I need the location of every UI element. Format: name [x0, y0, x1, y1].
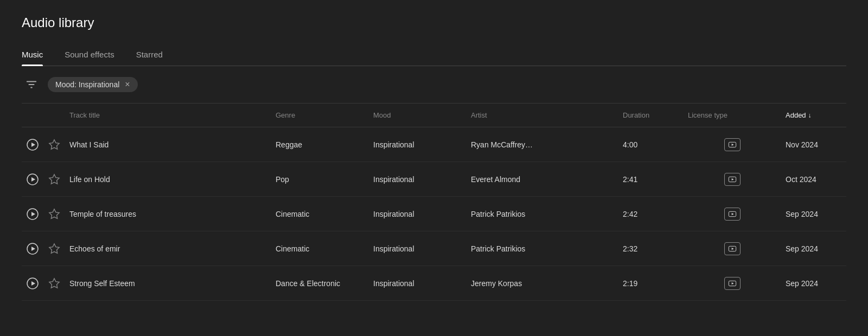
chip-close-button[interactable]: × — [125, 80, 130, 89]
table-row: Temple of treasures Cinematic Inspiratio… — [22, 197, 846, 231]
play-button-2[interactable] — [22, 204, 43, 224]
cell-added: Sep 2024 — [781, 242, 863, 255]
cell-track-title: Temple of treasures — [65, 208, 271, 221]
col-header-license-type: License type — [684, 109, 781, 121]
license-icon-box — [724, 208, 741, 221]
svg-marker-22 — [732, 248, 734, 250]
filter-button[interactable] — [22, 75, 41, 94]
svg-marker-12 — [732, 178, 734, 180]
tab-sound-effects[interactable]: Sound effects — [65, 46, 114, 66]
table-body: What I Said Reggae Inspirational Ryan Mc… — [22, 127, 846, 301]
cell-duration: 2:32 — [618, 242, 684, 255]
table-row: Strong Self Esteem Dance & Electronic In… — [22, 266, 846, 301]
cell-license-type — [684, 240, 781, 257]
cell-artist: Jeremy Korpas — [467, 277, 618, 290]
col-header-track-title: Track title — [65, 109, 271, 121]
cell-duration: 2:19 — [618, 277, 684, 290]
svg-marker-4 — [31, 143, 35, 147]
col-header-duration: Duration — [618, 109, 684, 121]
col-header-genre: Genre — [271, 109, 369, 121]
star-button-0[interactable] — [43, 137, 65, 153]
cell-license-type — [684, 171, 781, 188]
cell-track-title: Life on Hold — [65, 173, 271, 186]
star-icon — [48, 277, 60, 289]
cell-license-type — [684, 205, 781, 223]
star-icon — [48, 243, 60, 255]
filter-bar: Mood: Inspirational × — [22, 66, 846, 104]
star-icon — [48, 208, 60, 220]
license-icon-box — [724, 242, 741, 255]
table-row: Echoes of emir Cinematic Inspirational P… — [22, 231, 846, 266]
play-icon — [26, 206, 39, 222]
cell-genre: Cinematic — [271, 208, 369, 221]
svg-marker-9 — [31, 177, 35, 182]
cell-artist: Ryan McCaffrey… — [467, 138, 618, 151]
cell-artist: Patrick Patrikios — [467, 208, 618, 221]
star-icon — [48, 139, 60, 151]
cell-mood: Inspirational — [369, 138, 467, 151]
col-header-artist: Artist — [467, 109, 618, 121]
cell-genre: Reggae — [271, 138, 369, 151]
license-icon-box — [724, 138, 741, 151]
cell-track-title: Strong Self Esteem — [65, 277, 271, 290]
table-header: Track title Genre Mood Artist Duration L… — [22, 104, 846, 127]
star-button-3[interactable] — [43, 241, 65, 257]
tab-starred[interactable]: Starred — [136, 46, 163, 66]
youtube-play-icon — [728, 140, 737, 149]
cell-mood: Inspirational — [369, 208, 467, 221]
cell-artist: Patrick Patrikios — [467, 242, 618, 255]
sort-arrow-down-icon: ↓ — [808, 112, 812, 119]
table-row: Life on Hold Pop Inspirational Everet Al… — [22, 162, 846, 197]
cell-added: Oct 2024 — [781, 173, 863, 186]
svg-marker-24 — [31, 281, 35, 286]
cell-mood: Inspirational — [369, 242, 467, 255]
svg-marker-15 — [49, 209, 59, 218]
col-header-star — [43, 113, 65, 118]
star-button-2[interactable] — [43, 206, 65, 222]
svg-marker-25 — [49, 278, 59, 287]
cell-track-title: Echoes of emir — [65, 242, 271, 255]
svg-marker-17 — [732, 213, 734, 215]
svg-marker-27 — [732, 282, 734, 285]
cell-added: Sep 2024 — [781, 208, 863, 221]
page-title: Audio library — [22, 15, 846, 30]
star-button-4[interactable] — [43, 275, 65, 292]
play-button-1[interactable] — [22, 170, 43, 189]
chip-label: Mood: Inspirational — [55, 80, 119, 89]
cell-added: Sep 2024 — [781, 277, 863, 290]
cell-artist: Everet Almond — [467, 173, 618, 186]
mood-filter-chip: Mood: Inspirational × — [48, 77, 138, 92]
svg-marker-19 — [31, 247, 35, 251]
play-icon — [26, 241, 39, 256]
play-icon — [26, 172, 39, 187]
play-button-0[interactable] — [22, 135, 43, 154]
cell-mood: Inspirational — [369, 173, 467, 186]
col-header-play — [22, 113, 43, 118]
tab-music[interactable]: Music — [22, 46, 43, 66]
cell-track-title: What I Said — [65, 138, 271, 151]
page-container: Audio library Music Sound effects Starre… — [0, 0, 868, 301]
cell-duration: 2:41 — [618, 173, 684, 186]
youtube-play-icon — [728, 279, 737, 288]
cell-license-type — [684, 275, 781, 292]
license-icon-box — [724, 277, 741, 290]
cell-duration: 2:42 — [618, 208, 684, 221]
filter-icon — [25, 79, 37, 91]
star-button-1[interactable] — [43, 171, 65, 188]
play-button-4[interactable] — [22, 274, 43, 293]
play-button-3[interactable] — [22, 239, 43, 259]
cell-genre: Dance & Electronic — [271, 277, 369, 290]
license-icon-box — [724, 173, 741, 186]
cell-mood: Inspirational — [369, 277, 467, 290]
youtube-play-icon — [728, 244, 737, 253]
svg-marker-10 — [49, 174, 59, 183]
cell-genre: Cinematic — [271, 242, 369, 255]
cell-genre: Pop — [271, 173, 369, 186]
col-header-added[interactable]: Added ↓ — [781, 109, 863, 121]
tabs-bar: Music Sound effects Starred — [22, 46, 846, 66]
svg-marker-5 — [49, 139, 59, 148]
cell-license-type — [684, 136, 781, 153]
col-header-mood: Mood — [369, 109, 467, 121]
star-icon — [48, 173, 60, 185]
cell-added: Nov 2024 — [781, 138, 863, 151]
